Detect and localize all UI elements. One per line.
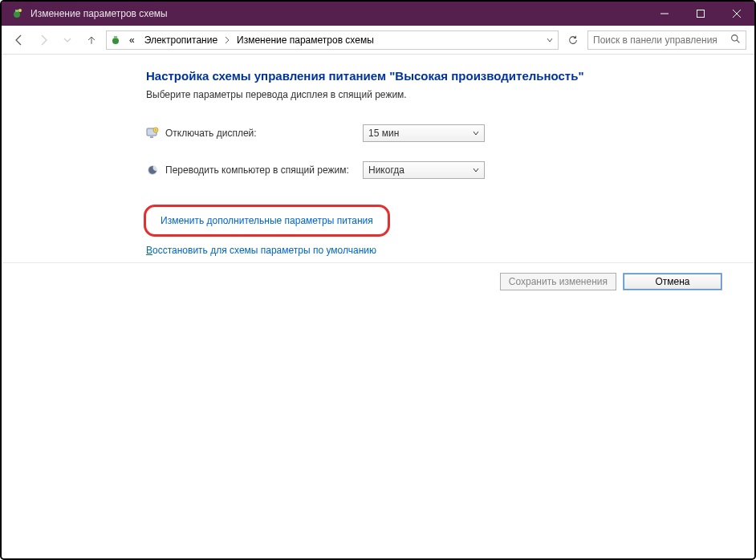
sleep-value: Никогда [368, 164, 404, 176]
chevron-down-icon [473, 130, 479, 136]
svg-point-1 [18, 9, 22, 12]
chevron-down-icon [473, 167, 479, 173]
search-box[interactable] [587, 30, 746, 50]
nav-recent-button[interactable] [58, 30, 77, 50]
svg-rect-6 [150, 136, 153, 138]
svg-point-3 [112, 38, 119, 44]
sleep-dropdown[interactable]: Никогда [363, 161, 485, 179]
navbar: « Электропитание Изменение параметров сх… [2, 26, 754, 55]
highlight-annotation: Изменить дополнительные параметры питани… [144, 205, 390, 237]
display-off-row: Отключать дисплей: [146, 127, 363, 140]
nav-back-button[interactable] [10, 30, 29, 50]
moon-icon [146, 164, 159, 177]
svg-point-0 [14, 11, 20, 18]
breadcrumb-root[interactable]: « [126, 33, 138, 47]
settings-grid: Отключать дисплей: 15 мин Пе [146, 124, 722, 179]
sleep-label: Переводить компьютер в спящий режим: [165, 164, 349, 176]
window-title: Изменение параметров схемы [30, 8, 646, 19]
page-title: Настройка схемы управления питанием "Выс… [146, 69, 722, 83]
address-history-dropdown[interactable] [542, 31, 556, 49]
save-button: Сохранить изменения [500, 273, 616, 290]
display-off-value: 15 мин [368, 128, 399, 139]
refresh-button[interactable] [563, 30, 583, 50]
breadcrumb-power[interactable]: Электропитание [141, 33, 221, 47]
svg-rect-2 [697, 10, 704, 18]
titlebar: Изменение параметров схемы [2, 2, 754, 26]
chevron-right-icon [224, 34, 230, 46]
page-subhead: Выберите параметры перевода дисплея в сп… [146, 89, 722, 100]
cancel-button[interactable]: Отмена [623, 273, 722, 290]
search-icon [730, 34, 741, 47]
display-off-label: Отключать дисплей: [165, 128, 257, 139]
nav-forward-button[interactable] [34, 30, 53, 50]
action-buttons: Сохранить изменения Отмена [2, 263, 754, 302]
svg-point-4 [732, 34, 738, 40]
address-bar[interactable]: « Электропитание Изменение параметров сх… [106, 30, 559, 50]
breadcrumb-current[interactable]: Изменение параметров схемы [234, 33, 377, 47]
content-area: Настройка схемы управления питанием "Выс… [2, 55, 754, 558]
sleep-row: Переводить компьютер в спящий режим: [146, 164, 363, 177]
monitor-icon [146, 127, 159, 140]
display-off-dropdown[interactable]: 15 мин [363, 124, 485, 142]
minimize-button[interactable] [646, 2, 682, 26]
nav-up-button[interactable] [82, 30, 101, 50]
maximize-button[interactable] [682, 2, 718, 26]
app-icon [11, 7, 24, 20]
close-button[interactable] [718, 2, 754, 26]
control-panel-icon [110, 34, 123, 47]
search-input[interactable] [593, 34, 727, 46]
advanced-settings-link[interactable]: Изменить дополнительные параметры питани… [161, 215, 373, 226]
restore-defaults-link[interactable]: Восстановить для схемы параметры по умол… [146, 245, 722, 256]
